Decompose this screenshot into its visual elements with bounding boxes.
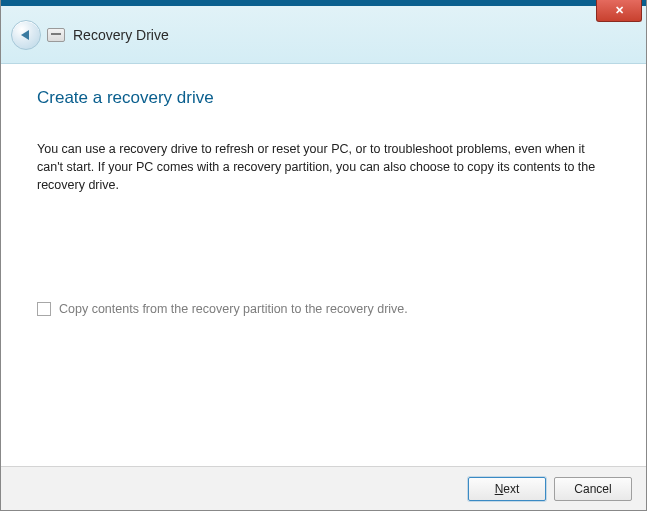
cancel-button[interactable]: Cancel (554, 477, 632, 501)
back-arrow-icon (21, 30, 29, 40)
window-titlebar: ✕ (1, 0, 646, 6)
back-button[interactable] (11, 20, 41, 50)
next-button[interactable]: Next (468, 477, 546, 501)
wizard-header: Recovery Drive (1, 6, 646, 64)
wizard-content: Create a recovery drive You can use a re… (1, 64, 646, 316)
close-button[interactable]: ✕ (596, 0, 642, 22)
window-title: Recovery Drive (73, 27, 169, 43)
page-heading: Create a recovery drive (37, 88, 610, 108)
wizard-footer: Next Cancel (1, 466, 646, 510)
copy-partition-checkbox[interactable] (37, 302, 51, 316)
copy-partition-option: Copy contents from the recovery partitio… (37, 302, 610, 316)
drive-icon (47, 28, 65, 42)
copy-partition-label: Copy contents from the recovery partitio… (59, 302, 408, 316)
close-icon: ✕ (615, 4, 624, 17)
page-description: You can use a recovery drive to refresh … (37, 140, 597, 194)
